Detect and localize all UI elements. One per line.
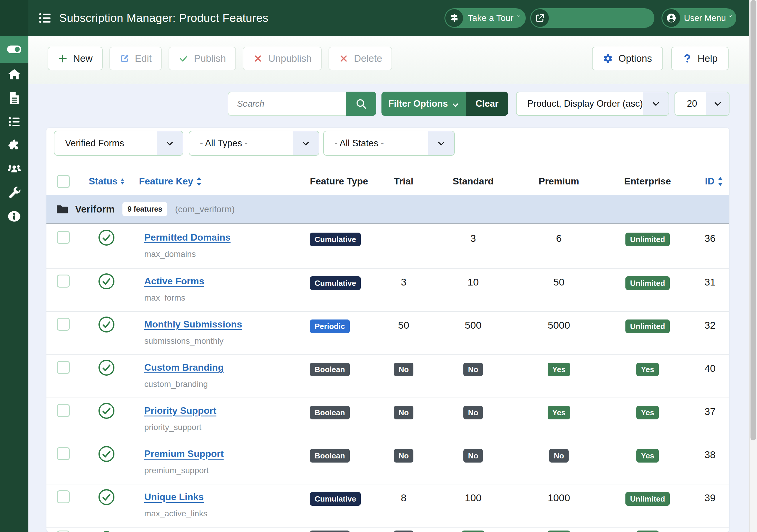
page-title: Subscription Manager: Product Features: [59, 12, 268, 24]
table-row: Custom Brandingcustom_brandingBooleanNoN…: [46, 354, 729, 398]
feature-link[interactable]: Priority Support: [144, 405, 217, 416]
sidebar-item-users[interactable]: [0, 157, 28, 181]
feature-link[interactable]: Permitted Domains: [144, 232, 231, 243]
table-row: Active Formsmax_formsCumulative31050Unli…: [46, 268, 729, 311]
state-filter-select[interactable]: - All States -: [323, 131, 455, 156]
publish-button[interactable]: Publish: [168, 47, 236, 70]
select-all-checkbox[interactable]: [57, 175, 70, 188]
published-status-icon[interactable]: [98, 316, 115, 333]
published-status-icon[interactable]: [98, 273, 115, 290]
row-id: 39: [704, 492, 715, 504]
row-id: 38: [704, 449, 715, 460]
clear-button[interactable]: Clear: [466, 92, 508, 116]
row-checkbox[interactable]: [57, 231, 70, 244]
row-checkbox[interactable]: [57, 275, 70, 287]
published-status-icon[interactable]: [98, 445, 115, 462]
toolbar: New Edit Publish Unpublish Delete Option…: [28, 36, 749, 84]
published-status-icon[interactable]: [98, 359, 115, 376]
feature-key: max_active_links: [144, 509, 308, 518]
published-check-icon: [98, 316, 115, 333]
value-badge: Unlimited: [625, 319, 670, 333]
state-filter-value: - All States -: [324, 138, 428, 149]
value-badge: No: [394, 406, 414, 419]
edit-button[interactable]: Edit: [109, 47, 162, 70]
feature-type-badge: Cumulative: [310, 233, 361, 246]
row-checkbox[interactable]: [57, 404, 70, 417]
value-text: 500: [465, 319, 482, 331]
topbar: Subscription Manager: Product Features T…: [0, 0, 749, 36]
scrollbar-thumb[interactable]: [750, 0, 756, 440]
search-button[interactable]: [346, 92, 376, 116]
row-checkbox[interactable]: [57, 490, 70, 503]
value-badge: No: [463, 406, 483, 419]
published-status-icon[interactable]: [98, 488, 115, 506]
feature-link[interactable]: Monthly Submissions: [144, 319, 242, 330]
published-status-icon[interactable]: [98, 229, 115, 246]
value-badge: No: [394, 363, 414, 376]
sort-order-select[interactable]: Product, Display Order (asc): [516, 92, 669, 116]
published-check-icon: [98, 531, 115, 532]
column-header-standard: Standard: [426, 176, 520, 187]
row-checkbox[interactable]: [57, 531, 70, 532]
scrollbar-track[interactable]: [749, 0, 757, 532]
sort-order-value: Product, Display Order (asc): [517, 99, 643, 109]
row-id: 37: [704, 406, 715, 417]
value-badge: Yes: [548, 531, 570, 532]
column-header-id[interactable]: ID: [698, 176, 729, 187]
published-status-icon[interactable]: [98, 531, 115, 532]
sidebar-item-wrench[interactable]: [0, 181, 28, 204]
table-row: Unique Linksmax_active_linksCumulative81…: [46, 484, 729, 527]
value-text: 6: [556, 233, 562, 244]
row-checkbox[interactable]: [57, 361, 70, 374]
menu-list-icon[interactable]: [38, 11, 52, 25]
row-id: 32: [704, 319, 715, 331]
user-menu-label: User Menu: [684, 13, 726, 23]
help-button[interactable]: Help: [671, 47, 729, 70]
page-size-select[interactable]: 20: [675, 92, 730, 116]
feature-link[interactable]: Active Forms: [144, 276, 204, 287]
row-id: 36: [704, 233, 715, 244]
value-badge: Yes: [636, 531, 659, 532]
take-a-tour-button[interactable]: Take a Tour: [444, 8, 526, 28]
search-input[interactable]: [228, 92, 347, 116]
published-check-icon: [98, 488, 115, 506]
feature-type-badge: Periodic: [310, 319, 350, 333]
row-checkbox[interactable]: [57, 318, 70, 331]
preview-link-button[interactable]: [530, 8, 654, 28]
x-icon: [339, 53, 348, 64]
row-id: 40: [704, 363, 715, 374]
feature-link[interactable]: Unique Links: [144, 491, 204, 502]
sidebar-item-info[interactable]: [0, 204, 28, 228]
sidebar-item-toggle[interactable]: [0, 36, 28, 63]
table-body: Permitted Domainsmax_domainsCumulative36…: [46, 225, 729, 532]
take-a-tour-label: Take a Tour: [468, 13, 514, 23]
options-button[interactable]: Options: [592, 47, 663, 70]
delete-button[interactable]: Delete: [328, 47, 392, 70]
sidebar-item-document[interactable]: [0, 86, 28, 110]
column-header-feature-key[interactable]: Feature Key: [124, 176, 308, 187]
user-menu-button[interactable]: User Menu: [661, 8, 736, 28]
unpublish-button[interactable]: Unpublish: [243, 47, 322, 70]
feature-link[interactable]: Premium Support: [144, 448, 224, 459]
type-filter-select[interactable]: - All Types -: [189, 131, 319, 156]
page-size-value: 20: [675, 99, 706, 109]
value-text: 5000: [548, 319, 570, 331]
sidebar-item-puzzle[interactable]: [0, 133, 28, 157]
sidebar-item-home[interactable]: [0, 63, 28, 86]
published-status-icon[interactable]: [98, 402, 115, 419]
product-filter-select[interactable]: Verified Forms: [54, 131, 183, 156]
feature-type-badge: Cumulative: [310, 492, 361, 506]
new-button[interactable]: New: [47, 47, 103, 70]
sidebar: [0, 36, 28, 532]
filter-options-button[interactable]: Filter Options: [381, 92, 466, 116]
users-icon: [7, 162, 21, 176]
sidebar-item-list[interactable]: [0, 110, 28, 133]
row-checkbox[interactable]: [57, 447, 70, 460]
value-badge: Yes: [548, 406, 570, 419]
value-badge: Yes: [636, 363, 659, 376]
table-row: BooleanNoYesYesYes: [46, 527, 729, 532]
feature-link[interactable]: Custom Branding: [144, 362, 224, 373]
table-row: Premium Supportpremium_supportBooleanNoN…: [46, 441, 729, 484]
chevron-down-icon: [706, 92, 729, 115]
column-header-status[interactable]: Status: [89, 176, 124, 187]
